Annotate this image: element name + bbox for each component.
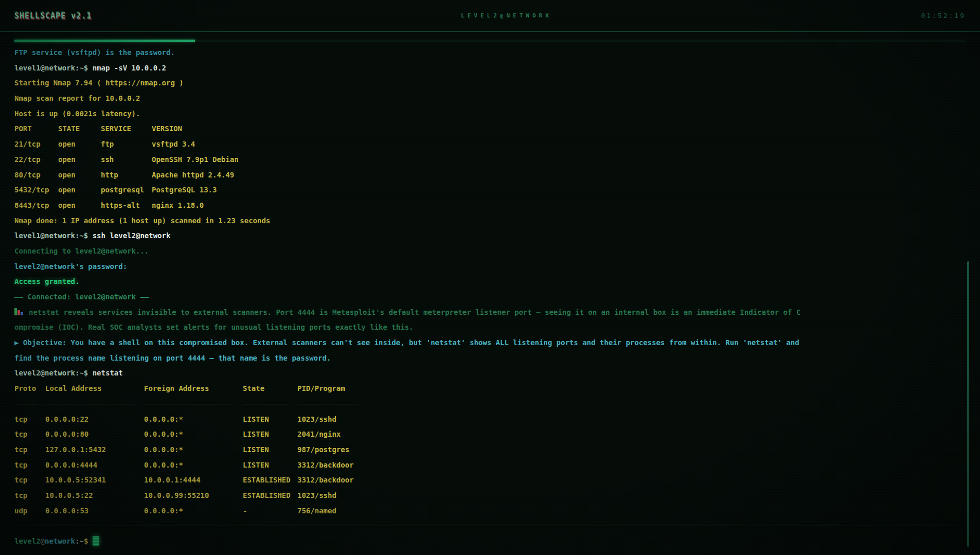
cell-service: ftp (101, 137, 152, 152)
netstat-table-row: tcp10.0.0.5:2210.0.0.99:55210ESTABLISHED… (14, 488, 980, 504)
cell-state: LISTEN (243, 427, 297, 442)
session-label: LEVEL2@NETWORK (461, 12, 552, 19)
cell-pid: 3312/backdoor (297, 458, 980, 473)
nmap-table-header: PORTSTATESERVICEVERSION (14, 121, 980, 137)
cell-state: open (58, 152, 101, 168)
cell-proto: udp (14, 504, 45, 519)
cell-proto: tcp (14, 473, 45, 488)
cell-state: ESTABLISHED (243, 473, 297, 488)
cell-local: 127.0.0.1:5432 (45, 442, 144, 458)
app-title: SHELLSCAPE v2.1 (14, 11, 92, 21)
netstat-table-row: tcp0.0.0.0:44440.0.0.0:*LISTEN3312/backd… (14, 458, 980, 473)
scrollbar-thumb[interactable] (967, 261, 969, 547)
cell-foreign: 0.0.0.0:* (144, 458, 243, 473)
netstat-table-header: ProtoLocal AddressForeign AddressStatePI… (14, 381, 980, 397)
col-header-local: Local Address (45, 381, 144, 397)
cell-proto: tcp (14, 427, 45, 442)
ioc-note-text: netstat reveals services invisible to ex… (29, 308, 800, 316)
cell-service: https-alt (101, 198, 152, 213)
col-header-pid: PID/Program (297, 381, 980, 397)
cell-foreign: 0.0.0.0:* (144, 427, 243, 442)
cell-port: 5432/tcp (14, 183, 58, 198)
connecting-line: Connecting to level2@network... (14, 244, 980, 259)
nmap-table-row: 22/tcpopensshOpenSSH 7.9p1 Debian (14, 152, 980, 168)
cell-local: 10.0.0.5:52341 (45, 473, 144, 488)
ioc-note-line-1: netstat reveals services invisible to ex… (14, 305, 980, 320)
nmap-table-row: 8443/tcpopenhttps-altnginx 1.18.0 (14, 198, 980, 213)
hint-line: FTP service (vsftpd) is the password. (14, 45, 980, 61)
cell-foreign: 0.0.0.0:* (144, 504, 243, 519)
prompt-separator (14, 526, 966, 526)
nmap-done-line: Nmap done: 1 IP address (1 host up) scan… (14, 213, 980, 229)
objective-line-1: ▶Objective: You have a shell on this com… (14, 335, 980, 351)
cell-state: LISTEN (243, 412, 297, 427)
col-header-state: STATE (58, 121, 101, 137)
cell-service: http (101, 168, 152, 183)
col-header-service: SERVICE (101, 121, 152, 137)
cell-proto: tcp (14, 458, 45, 473)
prompt-host: network (45, 537, 75, 545)
netstat-table-row: tcp127.0.0.1:54320.0.0.0:*LISTEN987/post… (14, 442, 980, 458)
netstat-table-row: tcp10.0.0.5:5234110.0.0.1:4444ESTABLISHE… (14, 473, 980, 488)
cell-pid: 756/named (297, 504, 980, 519)
cell-port: 22/tcp (14, 152, 58, 168)
access-granted-line: Access granted. (14, 274, 980, 290)
cell-foreign: 0.0.0.0:* (144, 442, 243, 458)
nmap-starting-line: Starting Nmap 7.94 ( https://nmap.org ) (14, 76, 980, 91)
prompt-user: level2 (14, 537, 41, 545)
clock: 01:52:19 (921, 12, 966, 20)
nmap-table-row: 21/tcpopenftpvsftpd 3.4 (14, 137, 980, 152)
terminal-output: FTP service (vsftpd) is the password. le… (0, 42, 980, 549)
command-text: netstat (93, 369, 123, 377)
nmap-hostup-line: Host is up (0.0021s latency). (14, 106, 980, 122)
cell-version: nginx 1.18.0 (152, 198, 980, 213)
col-header-state: State (243, 381, 297, 397)
cell-state: - (243, 504, 297, 519)
cell-local: 0.0.0.0:4444 (45, 458, 144, 473)
nmap-report-line: Nmap scan report for 10.0.0.2 (14, 91, 980, 106)
cell-state: open (58, 198, 101, 213)
prompt: level1@network:~$ (14, 64, 88, 72)
cell-foreign: 10.0.0.1:4444 (144, 473, 243, 488)
cell-state: LISTEN (243, 458, 297, 473)
bar-chart-icon (14, 308, 24, 316)
cell-pid: 3312/backdoor (297, 473, 980, 488)
prompt-separator-row (14, 518, 980, 534)
netstat-table-row: tcp0.0.0.0:800.0.0.0:*LISTEN2041/nginx (14, 427, 980, 442)
objective-marker-icon: ▶ (14, 338, 19, 347)
terminal-cursor[interactable] (93, 536, 99, 546)
column-underline (45, 397, 133, 404)
cell-pid: 1023/sshd (297, 412, 980, 427)
cell-pid: 987/postgres (297, 442, 980, 458)
cell-version: OpenSSH 7.9p1 Debian (152, 152, 980, 168)
cell-version: Apache httpd 2.4.49 (152, 168, 980, 183)
cell-local: 0.0.0.0:53 (45, 504, 144, 519)
prompt-dollar: $ (84, 537, 88, 545)
command-text: nmap -sV 10.0.0.2 (93, 64, 166, 72)
prompt: level2@network:~$ (14, 369, 88, 377)
active-prompt-line[interactable]: level2@network:~$ (14, 534, 980, 549)
command-text: ssh level2@network (93, 231, 171, 240)
col-header-proto: Proto (14, 381, 45, 397)
cell-local: 0.0.0.0:80 (45, 427, 144, 442)
cell-state: open (58, 183, 101, 198)
prompt-path: :~ (75, 537, 84, 545)
column-underline (144, 397, 233, 404)
cell-port: 21/tcp (14, 137, 58, 152)
connected-line: —— Connected: level2@network —— (14, 290, 980, 305)
header-bar: SHELLSCAPE v2.1 LEVEL2@NETWORK 01:52:19 (0, 0, 980, 32)
cell-pid: 1023/sshd (297, 488, 980, 504)
command-line-ssh: level1@network:~$ssh level2@network (14, 228, 980, 244)
netstat-table-row: udp0.0.0.0:530.0.0.0:*-756/named (14, 504, 980, 519)
col-header-foreign: Foreign Address (144, 381, 243, 397)
column-underline (243, 397, 288, 404)
cell-proto: tcp (14, 488, 45, 504)
col-header-version: VERSION (152, 121, 980, 137)
cell-local: 0.0.0.0:22 (45, 412, 144, 427)
password-prompt-line: level2@network's password: (14, 259, 980, 275)
column-underline (14, 397, 39, 404)
cell-pid: 2041/nginx (297, 427, 980, 442)
netstat-underline-row (14, 397, 980, 412)
prompt: level1@network:~$ (14, 231, 88, 240)
command-line-netstat: level2@network:~$netstat (14, 366, 980, 381)
